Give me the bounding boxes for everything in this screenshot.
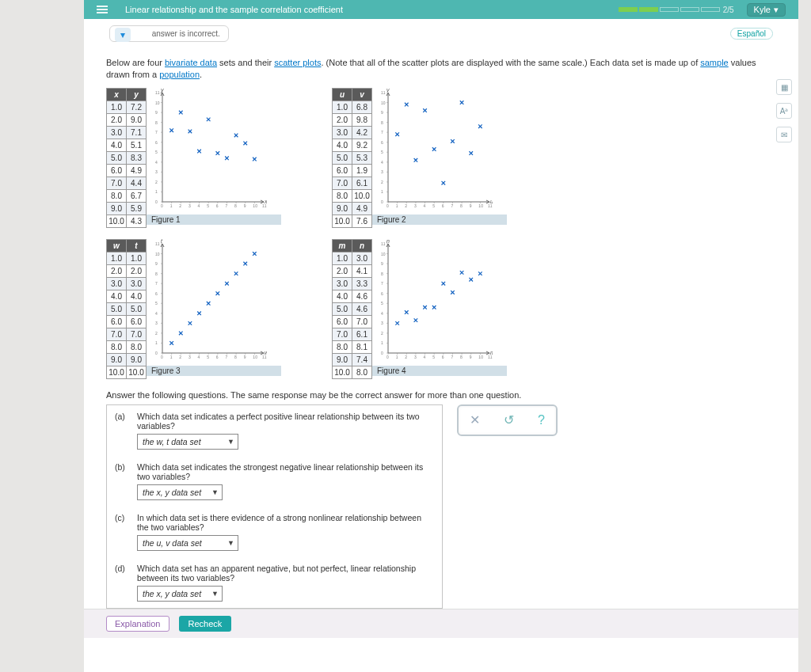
svg-text:9: 9 [470, 203, 472, 208]
top-bar: Linear relationship and the sample corre… [84, 0, 798, 19]
svg-text:4: 4 [424, 203, 426, 208]
svg-text:8: 8 [155, 271, 158, 275]
population-link[interactable]: population [159, 70, 200, 79]
mail-icon[interactable]: ✉ [776, 127, 792, 142]
tool-box: ✕ ↺ ? [457, 404, 558, 436]
svg-text:2: 2 [405, 355, 407, 359]
question-a: (a) Which data set indicates a perfect p… [115, 412, 434, 450]
table-mn: mn1.03.02.04.13.03.34.04.65.04.66.07.07.… [332, 239, 372, 379]
q-d-text: Which data set has an apparent negative,… [137, 564, 416, 583]
svg-text:10: 10 [253, 355, 257, 359]
svg-text:5: 5 [432, 203, 435, 208]
svg-text:3: 3 [155, 169, 158, 174]
svg-text:0: 0 [386, 355, 389, 359]
svg-text:1: 1 [170, 355, 173, 359]
svg-text:1: 1 [396, 355, 398, 359]
recheck-button[interactable]: Recheck [179, 616, 232, 632]
scatter-plot-3: 0011223344556677889910101111wt [148, 239, 267, 366]
sample-link[interactable]: sample [700, 58, 728, 67]
page-title: Linear relationship and the sample corre… [125, 5, 619, 14]
svg-text:8: 8 [381, 271, 383, 275]
svg-text:3: 3 [381, 321, 383, 325]
svg-text:7: 7 [381, 130, 383, 135]
svg-text:8: 8 [460, 355, 463, 359]
dropdown-c[interactable]: the u, v data set [137, 535, 238, 551]
figure-label-2: Figure 2 [372, 215, 507, 225]
figure-label-4: Figure 4 [372, 366, 507, 376]
svg-text:4: 4 [381, 160, 383, 165]
panel-1: xy1.07.22.09.03.07.14.05.15.08.36.04.97.… [106, 88, 281, 228]
svg-text:3: 3 [414, 203, 417, 208]
intro-text: Below are four bivariate data sets and t… [106, 57, 776, 82]
svg-text:2: 2 [381, 331, 383, 336]
svg-text:u: u [490, 199, 493, 204]
svg-text:9: 9 [244, 203, 246, 208]
chevron-down-icon[interactable]: ▾ [115, 28, 131, 42]
font-icon[interactable]: Aᵃ [776, 103, 792, 119]
svg-text:10: 10 [381, 100, 386, 104]
dropdown-a[interactable]: the w, t data set [137, 434, 238, 450]
svg-text:7: 7 [155, 281, 158, 286]
svg-text:0: 0 [386, 203, 389, 208]
svg-text:5: 5 [432, 355, 435, 359]
svg-text:0: 0 [155, 351, 158, 355]
q-b-text: Which data set indicates the strongest n… [137, 462, 423, 481]
calculator-icon[interactable]: ▦ [776, 79, 792, 95]
svg-text:3: 3 [188, 203, 191, 208]
svg-text:9: 9 [470, 355, 472, 359]
close-icon[interactable]: ✕ [470, 412, 480, 427]
svg-text:1: 1 [155, 340, 158, 345]
svg-text:6: 6 [216, 355, 219, 359]
svg-text:9: 9 [155, 261, 158, 266]
svg-text:7: 7 [451, 355, 453, 359]
svg-text:4: 4 [155, 160, 158, 165]
feedback-text: answer is incorrect. [152, 29, 220, 38]
svg-text:9: 9 [381, 110, 383, 115]
reset-icon[interactable]: ↺ [504, 412, 514, 427]
question-box: (a) Which data set indicates a perfect p… [106, 404, 443, 609]
svg-text:7: 7 [225, 203, 227, 208]
feedback-box: ▾ padanswer is incorrect. [109, 25, 229, 42]
question-d: (d) Which data set has an apparent negat… [115, 564, 434, 602]
svg-text:x: x [264, 199, 267, 204]
svg-text:10: 10 [155, 100, 160, 104]
svg-text:0: 0 [381, 351, 383, 355]
user-menu[interactable]: Kyle ▾ [747, 3, 786, 17]
svg-text:2: 2 [179, 355, 181, 359]
svg-text:9: 9 [155, 110, 158, 115]
svg-text:2: 2 [381, 180, 383, 184]
svg-text:6: 6 [442, 355, 444, 359]
explanation-button[interactable]: Explanation [106, 616, 169, 632]
help-icon[interactable]: ? [538, 413, 545, 427]
bivariate-link[interactable]: bivariate data [165, 58, 217, 67]
feedback-row: ▾ padanswer is incorrect. Español [84, 19, 798, 48]
svg-text:1: 1 [155, 189, 158, 194]
question-area: (a) Which data set indicates a perfect p… [106, 404, 776, 609]
chevron-down-icon: ▾ [774, 5, 779, 15]
svg-text:t: t [161, 239, 163, 244]
question-b: (b) Which data set indicates the stronge… [115, 462, 434, 500]
panel-3: wt1.01.02.02.03.03.04.04.05.05.06.06.07.… [106, 239, 281, 379]
menu-icon[interactable] [97, 2, 112, 17]
dropdown-b[interactable]: the x, y data set [137, 484, 223, 500]
svg-text:11: 11 [381, 90, 386, 95]
svg-text:10: 10 [478, 203, 483, 208]
dropdown-d[interactable]: the x, y data set [137, 586, 223, 602]
scatter-plot-1: 0011223344556677889910101111xy [148, 88, 267, 215]
svg-text:6: 6 [442, 203, 444, 208]
svg-text:4: 4 [198, 203, 200, 208]
scatter-link[interactable]: scatter plots [274, 58, 321, 67]
figure-label-1: Figure 1 [147, 215, 281, 225]
scatter-plot-4: 0011223344556677889910101111mn [374, 239, 493, 366]
svg-text:10: 10 [381, 251, 386, 256]
svg-text:6: 6 [381, 291, 383, 296]
svg-text:6: 6 [155, 140, 158, 145]
table-wt: wt1.01.02.02.03.03.04.04.05.05.06.06.07.… [106, 239, 147, 379]
svg-text:y: y [160, 88, 164, 93]
language-button[interactable]: Español [730, 28, 773, 40]
svg-text:2: 2 [155, 180, 158, 184]
user-name: Kyle [754, 5, 771, 14]
svg-text:0: 0 [155, 199, 158, 204]
svg-text:7: 7 [155, 130, 158, 135]
panel-4: mn1.03.02.04.13.03.34.04.65.04.66.07.07.… [332, 239, 507, 379]
